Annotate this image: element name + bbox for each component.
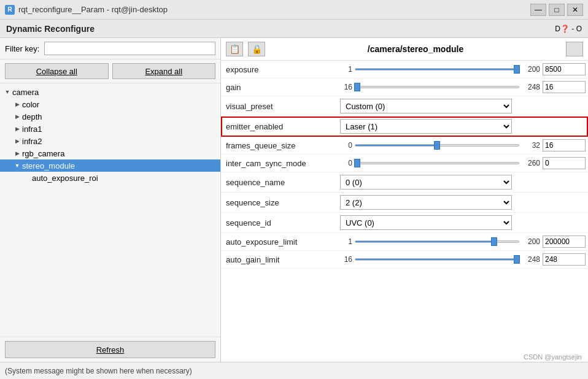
param-control-frames_queue_size[interactable]: 032 [338,137,588,155]
param-value-input[interactable] [543,139,586,151]
expand-all-button[interactable]: Expand all [112,63,216,79]
table-row: sequence_idUVC (0) [221,213,588,233]
param-name-auto_exposure_limit: auto_exposure_limit [221,233,338,251]
tree-expand-icon: ▶ [12,112,22,121]
param-select-emitter_enabled[interactable]: Laser (1) [340,119,512,134]
right-header-btn2[interactable]: 🔒 [248,42,265,56]
tree-expand-icon: ▶ [12,124,22,134]
param-value-input[interactable] [543,63,586,75]
left-panel: Filter key: Collapse all Expand all ▼cam… [0,38,221,362]
param-select-visual_preset[interactable]: Custom (0) [340,99,512,113]
param-select-sequence_name[interactable]: 0 (0) [340,175,512,190]
right-header-btn1[interactable]: 📋 [226,42,243,56]
close-button[interactable]: ✕ [567,4,583,16]
tree-expand-icon: ▼ [12,161,22,170]
param-control-sequence_id[interactable]: UVC (0) [338,213,588,233]
param-min: 0 [340,159,352,167]
table-row: auto_exposure_limit1200 [221,233,588,251]
filter-row: Filter key: [0,38,220,59]
right-header-extra [566,42,583,56]
tree-item-depth[interactable]: ▶depth [0,110,220,123]
tree-label: auto_exposure_roi [32,174,98,183]
param-min: 0 [340,141,352,150]
param-select-sequence_size[interactable]: 2 (2) [340,195,512,210]
table-row: exposure1200 [221,61,588,78]
table-row: emitter_enabledLaser (1) [221,117,588,137]
status-message: (System message might be shown here when… [5,367,192,375]
param-control-gain[interactable]: 16248 [338,78,588,96]
right-panel-title: /camera/stereo_module [270,44,561,54]
app-title: Dynamic Reconfigure [6,24,95,34]
maximize-button[interactable]: □ [549,4,565,16]
param-control-exposure[interactable]: 1200 [338,61,588,78]
refresh-area: Refresh [0,337,220,362]
param-value-input[interactable] [543,81,586,93]
tree-label: infra2 [22,137,42,146]
tree-label: depth [22,112,42,121]
param-name-sequence_size: sequence_size [221,193,338,213]
tree-expand-icon: ▶ [12,148,22,158]
app-icon: R [5,5,15,15]
param-name-visual_preset: visual_preset [221,96,338,117]
param-control-inter_cam_sync_mode[interactable]: 0260 [338,155,588,172]
param-control-visual_preset[interactable]: Custom (0) [338,96,588,117]
tree-item-color[interactable]: ▶color [0,98,220,110]
param-max: 32 [522,141,540,150]
tree-expand-icon [22,173,32,183]
filter-input[interactable] [44,42,215,55]
table-row: inter_cam_sync_mode0260 [221,155,588,172]
param-min: 1 [340,237,352,246]
tree-item-infra2[interactable]: ▶infra2 [0,135,220,147]
table-row: auto_gain_limit16248 [221,251,588,269]
collapse-expand-row: Collapse all Expand all [0,59,220,83]
param-control-auto_gain_limit[interactable]: 16248 [338,251,588,269]
param-control-sequence_name[interactable]: 0 (0) [338,172,588,193]
params-scroll[interactable]: exposure1200gain16248visual_presetCustom… [221,61,588,362]
param-name-sequence_id: sequence_id [221,213,338,233]
app-header: Dynamic Reconfigure D❓ - O [0,20,588,38]
param-name-gain: gain [221,78,338,96]
tree-item-infra1[interactable]: ▶infra1 [0,123,220,135]
param-max: 248 [522,83,540,91]
table-row: frames_queue_size032 [221,137,588,155]
window-title: rqt_reconfigure__Param - rqt@jin-desktop [18,5,530,14]
tree-expand-icon: ▶ [12,136,22,146]
param-name-auto_gain_limit: auto_gain_limit [221,251,338,269]
title-bar: R rqt_reconfigure__Param - rqt@jin-deskt… [0,0,588,20]
table-row: sequence_name0 (0) [221,172,588,193]
param-control-auto_exposure_limit[interactable]: 1200 [338,233,588,251]
content-area: Filter key: Collapse all Expand all ▼cam… [0,38,588,362]
tree-expand-icon: ▶ [12,99,22,109]
tree-label: infra1 [22,124,42,134]
param-max: 260 [522,159,540,167]
param-select-sequence_id[interactable]: UVC (0) [340,215,512,230]
param-name-inter_cam_sync_mode: inter_cam_sync_mode [221,155,338,172]
collapse-all-button[interactable]: Collapse all [5,63,109,79]
param-max: 200 [522,65,540,74]
tree-label: rgb_camera [22,149,64,158]
tree-expand-icon: ▼ [2,87,12,97]
tree-item-camera[interactable]: ▼camera [0,86,220,98]
table-row: sequence_size2 (2) [221,193,588,213]
right-panel: 📋 🔒 /camera/stereo_module exposure1200ga… [221,38,588,362]
minimize-button[interactable]: — [530,4,546,16]
param-control-sequence_size[interactable]: 2 (2) [338,193,588,213]
tree-item-stereo_module[interactable]: ▼stereo_module [0,159,220,172]
param-min: 1 [340,65,352,74]
param-value-input[interactable] [543,235,586,248]
header-right-text: D❓ - O [555,25,582,33]
param-value-input[interactable] [543,253,586,266]
tree-label: color [22,100,39,109]
header-right: D❓ - O [555,25,582,33]
table-row: visual_presetCustom (0) [221,96,588,117]
param-min: 16 [340,83,352,91]
param-name-exposure: exposure [221,61,338,78]
tree-item-auto_exposure_roi[interactable]: auto_exposure_roi [0,172,220,184]
param-value-input[interactable] [543,157,586,169]
tree-label: stereo_module [22,161,75,170]
tree-label: camera [12,88,39,97]
tree-item-rgb_camera[interactable]: ▶rgb_camera [0,147,220,159]
param-control-emitter_enabled[interactable]: Laser (1) [338,117,588,137]
refresh-button[interactable]: Refresh [5,341,215,358]
param-max: 248 [522,255,540,264]
